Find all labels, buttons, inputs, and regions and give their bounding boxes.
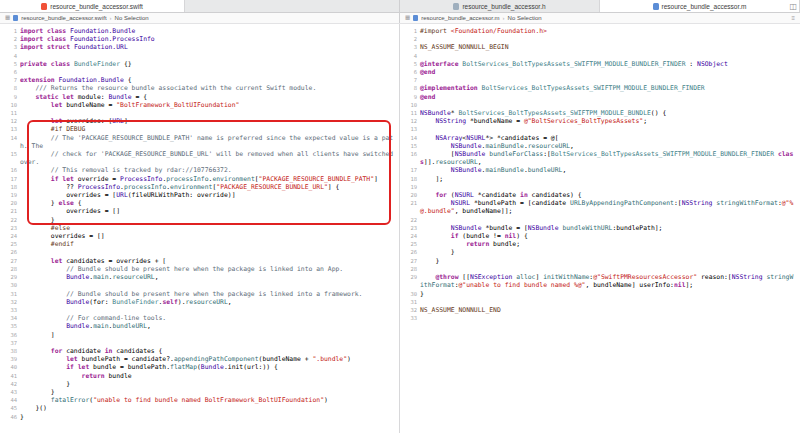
code-line[interactable]: 8@implementation BoltServices_BoltTypesA… — [400, 84, 800, 92]
line-number[interactable]: 4 — [0, 52, 20, 60]
code-line[interactable]: 18 ?? ProcessInfo.processInfo.environmen… — [0, 183, 399, 191]
code-line[interactable]: 30 — [0, 281, 399, 289]
code-line[interactable]: 19 — [400, 183, 800, 191]
line-number[interactable]: 19 — [400, 183, 420, 191]
code-line[interactable]: 20 for (NSURL *candidate in candidates) … — [400, 191, 800, 199]
line-number[interactable]: 16 — [400, 150, 420, 158]
line-number[interactable]: 41 — [0, 372, 20, 380]
line-number[interactable]: 38 — [0, 347, 20, 355]
code-line[interactable]: 27 let candidates = overrides + [ — [0, 257, 399, 265]
code-line[interactable]: 27 } — [400, 257, 800, 265]
line-number[interactable]: 44 — [0, 396, 20, 404]
code-line[interactable]: 6@end — [400, 68, 800, 76]
line-number[interactable]: 33 — [400, 314, 420, 322]
code-line[interactable]: 37 — [0, 339, 399, 347]
line-number[interactable]: 37 — [0, 339, 20, 347]
line-number[interactable]: 23 — [0, 224, 20, 232]
code-line[interactable]: 31 // Bundle should be present here when… — [0, 290, 399, 298]
code-line[interactable]: 1#import <Foundation/Foundation.h> — [400, 27, 800, 35]
code-line[interactable]: 8 /// Returns the resource bundle associ… — [0, 84, 399, 92]
line-number[interactable]: 13 — [0, 125, 20, 133]
code-line[interactable]: 24 overrides = [] — [0, 232, 399, 240]
code-line[interactable]: 7 — [400, 76, 800, 84]
line-number[interactable]: 9 — [0, 93, 20, 101]
code-line[interactable]: 10 — [400, 101, 800, 109]
line-number[interactable]: 28 — [400, 265, 420, 273]
line-number[interactable]: 40 — [0, 363, 20, 371]
line-number[interactable]: 30 — [0, 281, 20, 289]
code-line[interactable]: 9 static let module: Bundle = { — [0, 93, 399, 101]
code-line[interactable]: 26 — [0, 248, 399, 256]
line-number[interactable]: 31 — [400, 298, 420, 306]
line-number[interactable]: 21 — [400, 199, 420, 207]
tab-resource-bundle-accessor-h[interactable]: resource_bundle_accessor.h — [400, 0, 600, 12]
code-line[interactable]: 41 return bundle — [0, 372, 399, 380]
line-number[interactable]: 32 — [400, 306, 420, 314]
code-line[interactable]: 21 NSURL *bundlePath = [candidate URLByA… — [400, 199, 800, 215]
line-number[interactable]: 30 — [400, 290, 420, 298]
related-items-icon[interactable]: ▦ — [5, 15, 10, 21]
code-line[interactable]: 32NS_ASSUME_NONNULL_END — [400, 306, 800, 314]
line-number[interactable]: 22 — [0, 216, 20, 224]
line-number[interactable]: 25 — [0, 240, 20, 248]
code-line[interactable]: 3import struct Foundation.URL — [0, 43, 399, 51]
line-number[interactable]: 14 — [400, 134, 420, 142]
code-line[interactable]: 1import class Foundation.Bundle — [0, 27, 399, 35]
code-line[interactable]: 30} — [400, 290, 800, 298]
breadcrumb-file[interactable]: resource_bundle_accessor.swift — [21, 15, 106, 21]
code-line[interactable]: 44 fatalError("unable to find bundle nam… — [0, 396, 399, 404]
line-number[interactable]: 16 — [0, 166, 20, 174]
code-line[interactable]: 20 } else { — [0, 199, 399, 207]
line-number[interactable]: 13 — [400, 125, 420, 133]
line-number[interactable]: 18 — [400, 175, 420, 183]
line-number[interactable]: 24 — [0, 232, 20, 240]
code-line[interactable]: 4 — [0, 52, 399, 60]
line-number[interactable]: 9 — [400, 93, 420, 101]
line-number[interactable]: 15 — [0, 150, 20, 158]
code-line[interactable]: 24 if (bundle != nil) { — [400, 232, 800, 240]
code-line[interactable]: 19 overrides = [URL(fileURLWithPath: ove… — [0, 191, 399, 199]
line-number[interactable]: 2 — [0, 35, 20, 43]
line-number[interactable]: 46 — [0, 413, 20, 421]
code-line[interactable]: 18 ]; — [400, 175, 800, 183]
code-line[interactable]: 6 — [0, 68, 399, 76]
line-number[interactable]: 42 — [0, 380, 20, 388]
code-line[interactable]: 45 }() — [0, 404, 399, 412]
code-line[interactable]: 38 for candidate in candidates { — [0, 347, 399, 355]
code-line[interactable]: 32 Bundle(for: BundleFinder.self).resour… — [0, 298, 399, 306]
code-line[interactable]: 39 let bundlePath = candidate?.appending… — [0, 355, 399, 363]
line-number[interactable]: 6 — [400, 68, 420, 76]
line-number[interactable]: 39 — [0, 355, 20, 363]
code-line[interactable]: 12 let overrides: [URL] — [0, 117, 399, 125]
code-line[interactable]: 15 // check for 'PACKAGE_RESOURCE_BUNDLE… — [0, 150, 399, 166]
code-line[interactable]: 5private class BundleFinder {} — [0, 60, 399, 68]
line-number[interactable]: 34 — [0, 314, 20, 322]
code-line[interactable]: 12 NSString *bundleName = @"BoltServices… — [400, 117, 800, 125]
line-number[interactable]: 7 — [400, 76, 420, 84]
line-number[interactable]: 29 — [400, 273, 420, 281]
code-line[interactable]: 25 #endif — [0, 240, 399, 248]
breadcrumb-selection[interactable]: No Selection — [508, 15, 542, 21]
line-number[interactable]: 28 — [0, 265, 20, 273]
line-number[interactable]: 21 — [0, 207, 20, 215]
line-number[interactable]: 12 — [400, 117, 420, 125]
editor-options-icon[interactable]: ≡ — [791, 15, 795, 21]
code-line[interactable]: 11 — [0, 109, 399, 117]
code-line[interactable]: 13 — [400, 125, 800, 133]
code-line[interactable]: 42 } — [0, 380, 399, 388]
line-number[interactable]: 7 — [0, 76, 20, 84]
line-number[interactable]: 26 — [0, 248, 20, 256]
breadcrumb-file[interactable]: resource_bundle_accessor.m — [421, 15, 499, 21]
line-number[interactable]: 1 — [0, 27, 20, 35]
line-number[interactable]: 27 — [400, 257, 420, 265]
code-line[interactable]: 22 — [400, 216, 800, 224]
line-number[interactable]: 6 — [0, 68, 20, 76]
code-line[interactable]: 17 NSBundle.mainBundle.bundleURL, — [400, 166, 800, 174]
code-line[interactable]: 28 — [400, 265, 800, 273]
line-number[interactable]: 24 — [400, 232, 420, 240]
line-number[interactable]: 25 — [400, 240, 420, 248]
line-number[interactable]: 1 — [400, 27, 420, 35]
tab-resource-bundle-accessor-swift[interactable]: resource_bundle_accessor.swift — [0, 0, 185, 12]
line-number[interactable]: 32 — [0, 298, 20, 306]
line-number[interactable]: 45 — [0, 404, 20, 412]
